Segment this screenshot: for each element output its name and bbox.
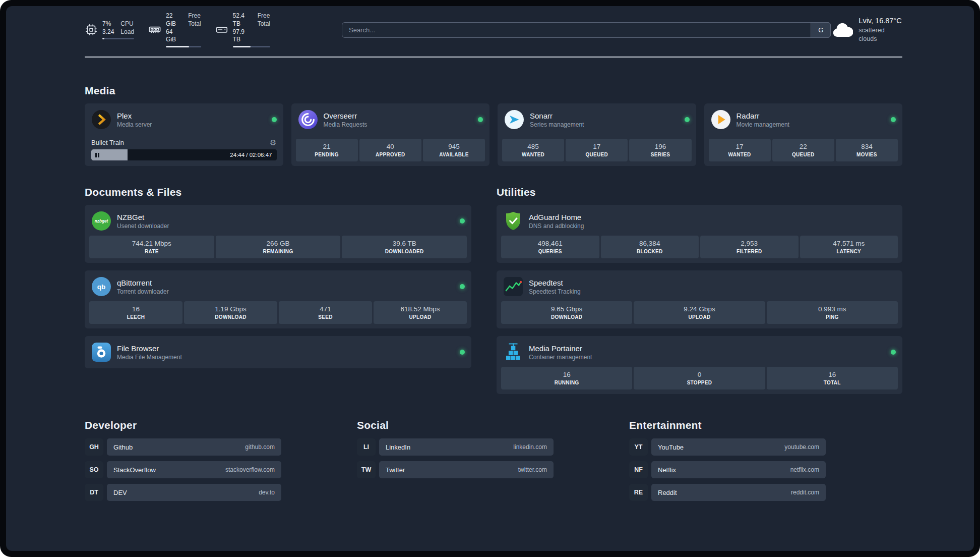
sonarr-icon (504, 109, 524, 130)
stat-value: 9.65 Gbps (551, 305, 582, 313)
service-name: qBittorrent (117, 278, 169, 287)
stat-value: 16 (132, 305, 140, 313)
bookmark-body: Twitter twitter.com (379, 461, 554, 478)
entertainment-bookmarks: Entertainment YT YouTube youtube.com NF … (629, 419, 826, 501)
cpu-usage-bar (102, 38, 134, 39)
radarr-card[interactable]: Radarr Movie management 17WANTED 22QUEUE… (704, 103, 903, 166)
speedtest-card[interactable]: Speedtest Speedtest Tracking 9.65 GbpsDO… (497, 270, 902, 328)
utilities-cards: AdGuard Home DNS and adblocking 498,461Q… (497, 205, 902, 394)
stat-label: MOVIES (856, 152, 877, 157)
disk-labels: Free Total (258, 12, 270, 44)
memory-usage-bar (166, 46, 201, 47)
bookmark-body: StackOverflow stackoverflow.com (107, 461, 281, 478)
portainer-card[interactable]: Media Portainer Container management 16R… (497, 336, 902, 394)
stat-value: 834 (861, 143, 873, 150)
radarr-stats: 17WANTED 22QUEUED 834MOVIES (709, 139, 898, 161)
service-description: Media Requests (324, 121, 368, 128)
stat-tile: 945AVAILABLE (423, 139, 485, 161)
section-title-media: Media (85, 85, 902, 97)
stat-tile: 471SEED (279, 301, 372, 324)
sonarr-card-header: Sonarr Series management (502, 108, 692, 134)
playback-progress-bar: 24:44 / 02:06:47 (91, 149, 277, 160)
nzbget-text: NZBGet Usenet downloader (117, 213, 169, 230)
service-name: Overseerr (324, 112, 368, 120)
stat-tile: 17WANTED (709, 139, 771, 161)
overseerr-card[interactable]: Overseerr Media Requests 21PENDING 40APP… (291, 103, 490, 166)
qbittorrent-stats: 16LEECH 1.19 GbpsDOWNLOAD 471SEED 618.52… (89, 301, 467, 324)
memory-values: 22 GiB 64 GiB (166, 12, 181, 44)
memory-widget-body: 22 GiB 64 GiB Free Total (166, 12, 201, 47)
speedtest-card-header: Speedtest Speedtest Tracking (501, 275, 898, 301)
status-dot (272, 117, 277, 122)
bookmark-github[interactable]: GH Github github.com (85, 438, 281, 456)
stat-label: SEED (318, 314, 332, 320)
filebrowser-icon (91, 342, 111, 362)
service-name: Speedtest (529, 278, 581, 287)
nzbget-card[interactable]: nzbget NZBGet Usenet downloader 744.21 M… (85, 205, 471, 263)
stat-tile: 16RUNNING (501, 367, 632, 389)
bookmark-reddit[interactable]: RE Reddit reddit.com (629, 484, 826, 501)
service-description: DNS and adblocking (529, 222, 584, 230)
stat-tile: 485WANTED (502, 139, 564, 161)
now-playing-title: Bullet Train (91, 139, 124, 146)
disk-widget: 52.4 TB 97.9 TB Free Total (215, 12, 270, 47)
stat-tile: 0.993 msPING (767, 301, 898, 324)
memory-label-2: Total (188, 20, 201, 28)
topbar-divider (85, 57, 902, 58)
bookmark-body: DEV dev.to (107, 484, 281, 501)
stat-value: 618.52 Mbps (400, 305, 440, 313)
stat-label: UPLOAD (409, 314, 431, 320)
plex-card[interactable]: Plex Media server Bullet Train ⚙ 24:44 /… (85, 103, 283, 166)
portainer-icon (503, 342, 523, 362)
overseerr-stats: 21PENDING 40APPROVED 945AVAILABLE (296, 139, 485, 161)
bookmark-abbr: GH (85, 438, 103, 456)
stat-tile: 39.6 TBDOWNLOADED (342, 236, 467, 258)
qbittorrent-card-header: qb qBittorrent Torrent downloader (89, 275, 467, 301)
stat-label: TOTAL (824, 380, 841, 385)
search-provider-button[interactable]: G (811, 22, 831, 38)
cpu-widget: 7% 3.24 CPU Load (85, 20, 134, 40)
search-input[interactable] (342, 22, 831, 38)
bookmark-linkedin[interactable]: LI LinkedIn linkedin.com (357, 438, 554, 456)
stat-label: WANTED (522, 152, 544, 157)
stat-label: APPROVED (376, 152, 405, 157)
stat-label: DOWNLOAD (551, 314, 582, 320)
gear-icon[interactable]: ⚙ (270, 139, 276, 146)
bookmark-stackoverflow[interactable]: SO StackOverflow stackoverflow.com (85, 461, 281, 478)
media-cards-row: Plex Media server Bullet Train ⚙ 24:44 /… (85, 103, 902, 166)
pause-icon (95, 153, 99, 157)
bookmark-dev[interactable]: DT DEV dev.to (85, 484, 281, 501)
stat-value: 471 (320, 305, 331, 313)
stat-value: 47.571 ms (833, 240, 865, 247)
entertainment-bookmark-rows: YT YouTube youtube.com NF Netflix netfli… (629, 438, 826, 501)
stat-tile: 9.65 GbpsDOWNLOAD (501, 301, 632, 324)
stat-tile: 0STOPPED (634, 367, 765, 389)
stat-label: QUEUED (792, 152, 815, 157)
memory-icon (148, 23, 161, 36)
stat-label: LEECH (127, 314, 145, 320)
cpu-label-1: CPU (120, 20, 134, 28)
bookmark-domain: netflix.com (790, 466, 819, 473)
service-name: NZBGet (117, 213, 169, 221)
stat-value: 266 GB (267, 240, 290, 247)
qbittorrent-text: qBittorrent Torrent downloader (117, 278, 169, 295)
playback-progress-fill (91, 149, 128, 160)
section-title-entertainment: Entertainment (629, 419, 826, 431)
bookmark-twitter[interactable]: TW Twitter twitter.com (357, 461, 554, 478)
bookmarks-section: Developer GH Github github.com SO StackO… (85, 419, 902, 501)
bookmark-netflix[interactable]: NF Netflix netflix.com (629, 461, 826, 478)
adguard-card[interactable]: AdGuard Home DNS and adblocking 498,461Q… (497, 205, 902, 263)
service-description: Usenet downloader (117, 222, 169, 230)
dashboard-screen: 7% 3.24 CPU Load (0, 0, 980, 557)
memory-widget: 22 GiB 64 GiB Free Total (148, 12, 201, 47)
topbar: 7% 3.24 CPU Load (85, 18, 902, 41)
qbittorrent-icon: qb (91, 276, 111, 297)
stat-value: 9.24 Gbps (684, 305, 715, 313)
sonarr-card[interactable]: Sonarr Series management 485WANTED 17QUE… (498, 103, 696, 166)
bookmark-youtube[interactable]: YT YouTube youtube.com (629, 438, 826, 456)
stat-label: DOWNLOADED (385, 249, 424, 254)
cpu-labels: CPU Load (120, 20, 134, 36)
filebrowser-card[interactable]: File Browser Media File Management (85, 336, 471, 368)
memory-usage-fill (166, 46, 189, 47)
qbittorrent-card[interactable]: qb qBittorrent Torrent downloader 16LEEC… (85, 270, 471, 328)
